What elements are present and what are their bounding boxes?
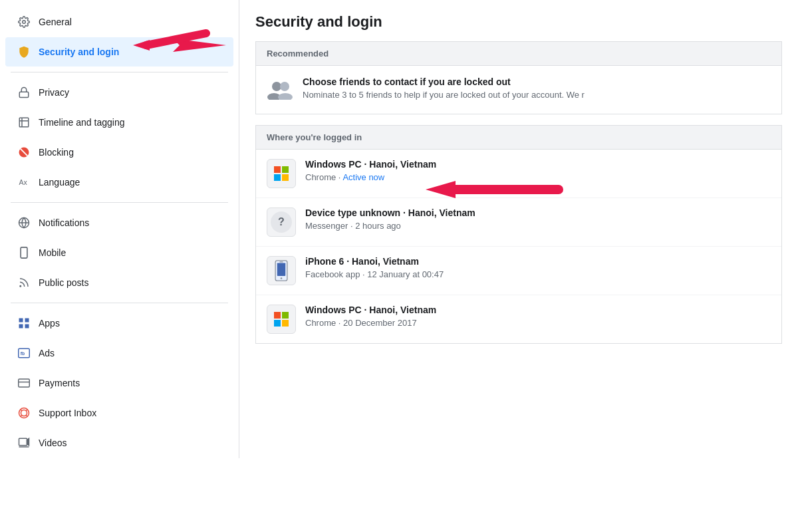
- sidebar-item-privacy[interactable]: Privacy: [5, 78, 233, 107]
- payments-icon: [16, 375, 32, 391]
- block-icon: [16, 144, 32, 160]
- apps-icon: [16, 315, 32, 331]
- friends-rec-icon: [267, 76, 293, 103]
- sidebar-item-notifications-label: Notifications: [39, 217, 89, 228]
- rec-item-desc: Nominate 3 to 5 friends to help if you a…: [303, 90, 585, 100]
- device-icon-windows-0: [267, 159, 296, 188]
- svg-rect-39: [277, 263, 285, 276]
- login-item-3[interactable]: Windows PC · Hanoi, Vietnam Chrome · 20 …: [256, 295, 781, 343]
- svg-marker-28: [27, 438, 29, 446]
- login-item-1[interactable]: ? Device type unknown · Hanoi, Vietnam M…: [256, 198, 781, 247]
- svg-point-35: [280, 82, 289, 91]
- svg-point-12: [20, 286, 21, 287]
- divider-1: [11, 72, 228, 72]
- sidebar-item-apps[interactable]: Apps: [5, 309, 233, 338]
- login-device-1: Device type unknown · Hanoi, Vietnam: [305, 207, 475, 218]
- svg-line-24: [26, 415, 27, 416]
- recommended-header: Recommended: [255, 41, 782, 66]
- svg-rect-19: [19, 379, 30, 387]
- support-icon: [16, 405, 32, 421]
- svg-point-37: [278, 93, 293, 100]
- svg-rect-15: [19, 325, 23, 329]
- lock-icon: [16, 84, 32, 100]
- sidebar-item-public-posts[interactable]: Public posts: [5, 268, 233, 297]
- svg-rect-1: [19, 92, 29, 97]
- login-device-3: Windows PC · Hanoi, Vietnam: [305, 305, 436, 315]
- sidebar-item-payments[interactable]: Payments: [5, 368, 233, 398]
- svg-point-40: [281, 277, 283, 279]
- login-item-text-2: iPhone 6 · Hanoi, Vietnam Facebook app ·…: [305, 256, 444, 279]
- svg-line-26: [26, 410, 27, 411]
- svg-point-22: [21, 410, 27, 416]
- svg-line-25: [21, 415, 22, 416]
- sidebar-item-security-label: Security and login: [39, 47, 119, 57]
- page-title: Security and login: [255, 13, 782, 31]
- login-sub-3: Chrome · 20 December 2017: [305, 318, 436, 328]
- mobile-icon: [16, 245, 32, 261]
- sidebar-item-timeline-label: Timeline and tagging: [39, 117, 124, 128]
- shield-icon: [16, 44, 32, 60]
- svg-rect-2: [19, 118, 29, 127]
- sidebar-item-language-label: Language: [39, 177, 80, 188]
- login-item-2[interactable]: iPhone 6 · Hanoi, Vietnam Facebook app ·…: [256, 247, 781, 295]
- svg-text:Ax: Ax: [19, 178, 28, 186]
- login-item-text-1: Device type unknown · Hanoi, Vietnam Mes…: [305, 207, 475, 231]
- sidebar-item-videos[interactable]: Videos: [5, 428, 233, 458]
- divider-2: [11, 202, 228, 203]
- globe-icon: [16, 215, 32, 231]
- login-device-2: iPhone 6 · Hanoi, Vietnam: [305, 256, 444, 267]
- login-sessions: Windows PC · Hanoi, Vietnam Chrome · Act…: [255, 150, 782, 344]
- sidebar-item-blocking-label: Blocking: [39, 147, 74, 158]
- sidebar-item-privacy-label: Privacy: [39, 87, 69, 98]
- login-device-0: Windows PC · Hanoi, Vietnam: [305, 159, 436, 170]
- svg-text:fb: fb: [21, 351, 25, 356]
- sidebar-item-videos-label: Videos: [39, 438, 67, 448]
- ads-icon: fb: [16, 345, 32, 361]
- login-item-text-0: Windows PC · Hanoi, Vietnam Chrome · Act…: [305, 159, 436, 182]
- sidebar-item-support-inbox[interactable]: Support Inbox: [5, 398, 233, 428]
- sidebar-item-public-posts-label: Public posts: [39, 277, 88, 288]
- sidebar-item-payments-label: Payments: [39, 378, 80, 388]
- sidebar-item-general[interactable]: General: [5, 7, 233, 37]
- sidebar-item-notifications[interactable]: Notifications: [5, 208, 233, 237]
- svg-point-0: [23, 21, 26, 24]
- rss-icon: [16, 275, 32, 291]
- svg-rect-27: [19, 438, 27, 446]
- svg-rect-16: [25, 325, 29, 329]
- sidebar-item-general-label: General: [39, 17, 72, 27]
- login-sub-0: Chrome · Active now: [305, 172, 436, 182]
- logged-in-header: Where you're logged in: [255, 125, 782, 150]
- svg-rect-41: [279, 261, 283, 262]
- login-sub-2: Facebook app · 12 January at 00:47: [305, 269, 444, 279]
- divider-3: [11, 303, 228, 303]
- rec-item-text: Choose friends to contact if you are loc…: [303, 76, 585, 100]
- svg-rect-13: [19, 319, 23, 323]
- question-mark-icon: ?: [271, 211, 292, 233]
- sidebar-item-language[interactable]: Ax Language: [5, 168, 233, 197]
- sidebar-item-support-inbox-label: Support Inbox: [39, 408, 96, 418]
- rec-item-title: Choose friends to contact if you are loc…: [303, 76, 585, 87]
- gear-icon: [16, 14, 32, 30]
- sidebar-item-ads-label: Ads: [39, 348, 55, 358]
- device-icon-windows-3: [267, 305, 296, 334]
- recommended-item[interactable]: Choose friends to contact if you are loc…: [255, 66, 782, 114]
- sidebar-item-mobile-label: Mobile: [39, 247, 66, 258]
- sidebar-item-apps-label: Apps: [39, 318, 60, 329]
- sidebar-item-blocking[interactable]: Blocking: [5, 138, 233, 167]
- device-icon-iphone: [267, 256, 296, 285]
- sidebar-item-timeline[interactable]: Timeline and tagging: [5, 108, 233, 137]
- device-icon-unknown: ?: [267, 207, 296, 237]
- sidebar-item-security[interactable]: Security and login: [5, 37, 233, 66]
- videos-icon: [16, 435, 32, 451]
- svg-point-34: [272, 82, 281, 91]
- sidebar-item-ads[interactable]: fb Ads: [5, 338, 233, 368]
- sidebar: General Security and login Privacy: [0, 0, 239, 458]
- svg-line-23: [21, 410, 22, 411]
- timeline-icon: [16, 114, 32, 130]
- language-icon: Ax: [16, 174, 32, 190]
- svg-rect-14: [25, 319, 29, 323]
- main-content: Security and login Recommended Choose fr…: [239, 0, 798, 532]
- login-item-text-3: Windows PC · Hanoi, Vietnam Chrome · 20 …: [305, 305, 436, 328]
- login-item-0[interactable]: Windows PC · Hanoi, Vietnam Chrome · Act…: [256, 150, 781, 198]
- sidebar-item-mobile[interactable]: Mobile: [5, 238, 233, 267]
